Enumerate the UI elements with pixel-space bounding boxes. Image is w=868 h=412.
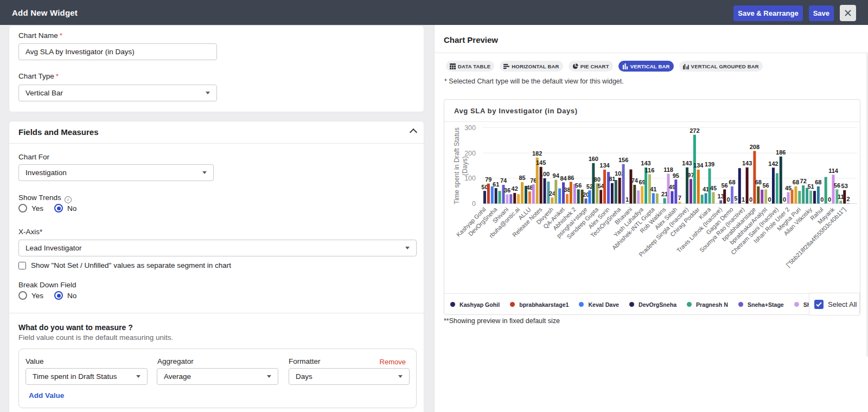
tab-label: VERTICAL BAR bbox=[630, 63, 670, 69]
legend-dot bbox=[687, 302, 692, 307]
remove-link[interactable]: Remove bbox=[380, 358, 406, 366]
formatter-select[interactable]: Days bbox=[289, 368, 410, 385]
info-icon[interactable]: i bbox=[65, 196, 72, 203]
svg-text:79: 79 bbox=[485, 176, 492, 183]
legend-name: Keval Dave bbox=[588, 301, 619, 308]
show-trends-yes-radio[interactable] bbox=[18, 204, 27, 213]
tab-vertical-bar[interactable]: VERTICAL BAR bbox=[618, 61, 674, 72]
aggregator-column-label: Aggregator bbox=[157, 357, 194, 365]
tab-label: PIE CHART bbox=[580, 63, 609, 69]
chevron-down-icon bbox=[206, 92, 210, 94]
svg-text:Time spent in Draft Status(Day: Time spent in Draft Status(Days) bbox=[453, 127, 469, 204]
svg-text:272: 272 bbox=[690, 127, 699, 134]
save-button[interactable]: Save bbox=[809, 5, 834, 21]
legend-dot bbox=[450, 302, 455, 307]
chart-type-select[interactable]: Vertical Bar bbox=[18, 85, 217, 101]
svg-text:68: 68 bbox=[815, 179, 821, 185]
svg-text:300: 300 bbox=[464, 124, 476, 132]
legend-item[interactable]: Pragnesh N bbox=[687, 301, 728, 308]
chart-for-select[interactable]: Investigation bbox=[18, 164, 214, 181]
vertical-grouped-bar-icon bbox=[683, 63, 689, 69]
svg-text:50: 50 bbox=[481, 184, 488, 190]
svg-text:0: 0 bbox=[749, 196, 752, 203]
tab-label: DATA TABLE bbox=[458, 63, 490, 69]
svg-text:53: 53 bbox=[841, 183, 848, 189]
svg-text:7: 7 bbox=[678, 195, 681, 201]
legend-item[interactable]: Sneha+Stage bbox=[738, 301, 784, 308]
chart-name-type-card: Chart Name* Avg SLA by Investigator (in … bbox=[9, 25, 424, 112]
save-and-rearrange-button[interactable]: Save & Rearrange bbox=[733, 5, 802, 21]
svg-text:41: 41 bbox=[703, 186, 709, 192]
svg-text:2: 2 bbox=[847, 196, 850, 202]
legend-dot bbox=[738, 302, 743, 307]
svg-text:69: 69 bbox=[639, 179, 646, 185]
legend-item[interactable]: Keval Dave bbox=[579, 301, 619, 308]
svg-text:200: 200 bbox=[464, 150, 476, 157]
svg-text:134: 134 bbox=[693, 162, 704, 169]
legend-item[interactable]: Kashyap Gohil bbox=[450, 301, 500, 308]
svg-text:84: 84 bbox=[560, 175, 567, 182]
svg-text:0: 0 bbox=[726, 196, 730, 203]
svg-text:21: 21 bbox=[661, 191, 668, 197]
svg-text:1: 1 bbox=[742, 196, 745, 203]
legend-item[interactable]: bprabhakarstage1 bbox=[510, 301, 569, 308]
close-icon bbox=[844, 9, 852, 17]
chart-name-input[interactable]: Avg SLA by Investigator (in Days) bbox=[18, 43, 217, 60]
tab-data-table[interactable]: DATA TABLE bbox=[446, 61, 494, 72]
chevron-up-icon[interactable] bbox=[410, 128, 417, 136]
legend-dot bbox=[629, 302, 634, 307]
not-set-checkbox-label: Show "Not Set / Unfilled" values as sepa… bbox=[31, 261, 231, 269]
required-asterisk: * bbox=[60, 31, 62, 40]
svg-text:68: 68 bbox=[755, 179, 762, 185]
svg-text:56: 56 bbox=[834, 182, 840, 189]
widget-form-panel: Chart Name* Avg SLA by Investigator (in … bbox=[0, 25, 434, 412]
break-down-field-label: Break Down Field bbox=[18, 281, 76, 289]
chevron-down-icon bbox=[267, 375, 271, 378]
legend-dot bbox=[510, 302, 515, 307]
not-set-checkbox[interactable] bbox=[18, 262, 26, 269]
svg-text:0: 0 bbox=[828, 196, 831, 203]
preview-footnote: **Showing preview in fixed default size bbox=[444, 317, 560, 325]
horizontal-bar-icon bbox=[503, 63, 509, 69]
svg-text:42: 42 bbox=[512, 185, 518, 192]
svg-text:182: 182 bbox=[532, 150, 542, 157]
svg-text:76: 76 bbox=[530, 177, 537, 184]
x-axis-label: X-Axis* bbox=[18, 228, 42, 236]
legend-item[interactable]: DevOrgSneha bbox=[629, 301, 676, 308]
svg-text:143: 143 bbox=[742, 160, 752, 166]
measure-row-box: Value Aggregator Formatter Remove Time s… bbox=[18, 349, 417, 408]
svg-text:45: 45 bbox=[710, 185, 717, 191]
show-trends-yes-label: Yes bbox=[31, 204, 43, 213]
break-down-no-radio[interactable] bbox=[54, 291, 63, 300]
svg-text:52: 52 bbox=[586, 183, 593, 190]
aggregator-select[interactable]: Average bbox=[157, 368, 278, 385]
svg-text:68: 68 bbox=[793, 179, 799, 185]
svg-text:56: 56 bbox=[763, 182, 769, 189]
chart-preview-card: Avg SLA by Investigator (in Days) 010020… bbox=[444, 99, 860, 315]
tab-pie-chart[interactable]: PIE CHART bbox=[569, 61, 613, 72]
close-button[interactable] bbox=[840, 5, 856, 21]
svg-text:5: 5 bbox=[734, 195, 737, 202]
bar-chart: 0100200300Time spent in Draft Status(Day… bbox=[444, 121, 860, 293]
svg-text:74: 74 bbox=[500, 177, 507, 184]
tab-horizontal-bar[interactable]: HORIZONTAL BAR bbox=[500, 61, 563, 72]
tab-vertical-grouped-bar[interactable]: VERTICAL GROUPED BAR bbox=[679, 61, 763, 72]
x-axis-select[interactable]: Lead Investigator bbox=[18, 240, 417, 256]
chart-legend: Kashyap Gohilbprabhakarstage1Keval DaveD… bbox=[444, 293, 860, 315]
header-actions: Save & Rearrange Save bbox=[733, 5, 856, 21]
legend-name: bprabhakarstage1 bbox=[519, 301, 569, 308]
show-trends-no-radio[interactable] bbox=[54, 204, 63, 213]
svg-text:38: 38 bbox=[564, 186, 570, 193]
svg-text:0: 0 bbox=[472, 200, 476, 208]
svg-text:61: 61 bbox=[493, 181, 499, 188]
chevron-down-icon bbox=[405, 247, 410, 249]
chart-preview-panel: Chart Preview DATA TABLEHORIZONTAL BARPI… bbox=[434, 25, 868, 412]
select-all-checkbox[interactable] bbox=[814, 300, 824, 309]
measure-value-select[interactable]: Time spent in Draft Status bbox=[25, 368, 148, 385]
add-value-link[interactable]: Add Value bbox=[29, 391, 64, 400]
svg-text:118: 118 bbox=[663, 166, 673, 173]
break-down-yes-radio[interactable] bbox=[18, 291, 27, 300]
legend-name: Pragnesh N bbox=[696, 301, 728, 308]
legend-dot bbox=[794, 302, 799, 307]
svg-text:11: 11 bbox=[838, 194, 844, 200]
